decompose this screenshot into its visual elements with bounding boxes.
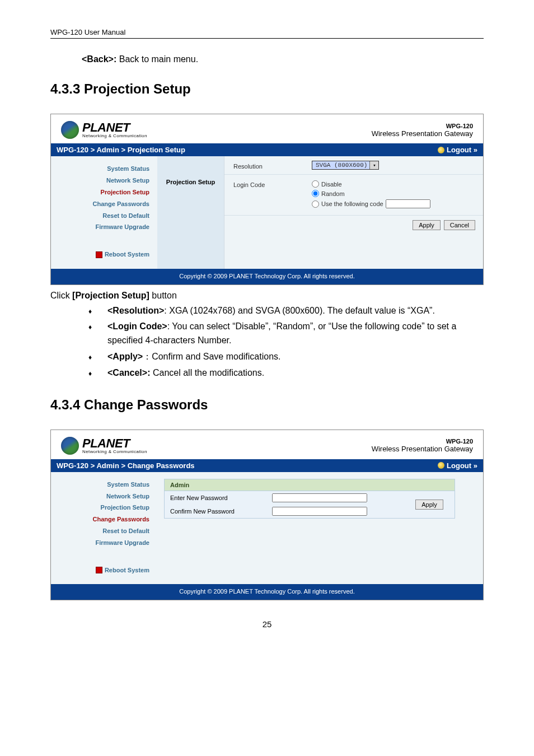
click-prefix: Click: [50, 291, 72, 300]
confirm-password-input[interactable]: [272, 507, 367, 516]
logout-link[interactable]: Logout »: [438, 461, 477, 470]
sidebar-item-network-setup[interactable]: Network Setup: [59, 175, 149, 186]
back-text: Back to main menu.: [116, 54, 198, 64]
section-label: Projection Setup: [157, 156, 224, 269]
sidebar-item-projection-setup[interactable]: Projection Setup: [59, 502, 149, 514]
power-icon: [96, 251, 102, 258]
sidebar: System Status Network Setup Projection S…: [51, 156, 157, 269]
breadcrumb: WPG-120 > Admin > Change Passwords: [57, 461, 195, 470]
panel-footer: Copyright © 2009 PLANET Technology Corp.…: [51, 584, 483, 600]
sidebar-item-projection-setup[interactable]: Projection Setup: [59, 186, 149, 198]
brand-tagline: Networking & Communication: [82, 134, 147, 138]
apply-button[interactable]: Apply: [413, 220, 441, 230]
click-suffix: button: [149, 291, 177, 300]
radio-random-label: Random: [321, 190, 345, 197]
back-label: <Back>:: [82, 54, 116, 64]
breadcrumb-bar: WPG-120 > Admin > Change Passwords Logou…: [51, 459, 483, 472]
panel-header: PLANET Networking & Communication WPG-12…: [51, 430, 483, 459]
radio-disable-label: Disable: [321, 181, 342, 188]
bullet-text: XGA (1024x768) and SVGA (800x600). The d…: [169, 306, 435, 315]
bullet-item: <Cancel>: Cancel all the modifications.: [88, 366, 484, 380]
sidebar-item-reset-to-default[interactable]: Reset to Default: [59, 210, 149, 222]
key-icon: [438, 147, 444, 153]
model-code: WPG-120: [372, 438, 473, 445]
radio-custom[interactable]: Use the following code: [312, 199, 474, 208]
sidebar-item-system-status[interactable]: System Status: [59, 479, 149, 491]
radio-random[interactable]: Random: [312, 190, 474, 197]
confirm-password-label: Confirm New Password: [170, 508, 265, 515]
apply-button[interactable]: Apply: [415, 500, 443, 510]
admin-panel-change-passwords: PLANET Networking & Communication WPG-12…: [50, 430, 484, 601]
reboot-label: Reboot System: [105, 249, 149, 260]
sidebar-item-system-status[interactable]: System Status: [59, 163, 149, 175]
enter-password-input[interactable]: [272, 493, 367, 502]
bullet-text: Cancel all the modifications.: [153, 368, 264, 377]
bullet-text: Confirm and Save modifications.: [152, 352, 280, 361]
admin-panel-projection-setup: PLANET Networking & Communication WPG-12…: [50, 114, 484, 285]
brand-name: PLANET: [82, 122, 147, 134]
brand-logo-icon: [61, 437, 79, 455]
bullet-item: <Resolution>: XGA (1024x768) and SVGA (8…: [88, 304, 484, 318]
bullet-sep: ：: [143, 352, 152, 361]
radio-custom-label: Use the following code: [321, 200, 383, 207]
sidebar-item-change-passwords[interactable]: Change Passwords: [59, 514, 149, 525]
sidebar-item-reset-to-default[interactable]: Reset to Default: [59, 525, 149, 537]
power-icon: [96, 567, 102, 573]
logout-label: Logout »: [447, 461, 477, 470]
breadcrumb-bar: WPG-120 > Admin > Projection Setup Logou…: [51, 143, 483, 156]
brand: PLANET Networking & Communication: [61, 121, 147, 139]
chevron-down-icon: ▾: [369, 161, 378, 169]
bullet-sep: :: [164, 306, 169, 315]
resolution-value: SVGA (800X600): [316, 162, 367, 169]
login-code-label: Login Code: [233, 179, 312, 188]
password-section-title: Admin: [165, 479, 455, 491]
bullet-bold: <Login Code>: [107, 321, 167, 331]
brand-name: PLANET: [82, 437, 147, 450]
model-code: WPG-120: [372, 123, 473, 129]
page-number: 25: [50, 619, 484, 629]
back-line: <Back>: Back to main menu.: [82, 54, 484, 64]
radio-disable[interactable]: Disable: [312, 180, 474, 188]
bullet-bold: <Apply>: [107, 352, 143, 361]
cancel-button[interactable]: Cancel: [444, 220, 475, 230]
resolution-select[interactable]: SVGA (800X600) ▾: [312, 161, 379, 170]
custom-code-input[interactable]: [386, 199, 430, 208]
bullet-list: <Resolution>: XGA (1024x768) and SVGA (8…: [88, 304, 484, 380]
bullet-sep: :: [167, 321, 172, 331]
heading-change-passwords: 4.3.4 Change Passwords: [50, 397, 484, 413]
brand: PLANET Networking & Communication: [61, 437, 147, 455]
sidebar-item-network-setup[interactable]: Network Setup: [59, 491, 149, 502]
bullet-item: <Login Code>: You can select “Disable”, …: [88, 320, 484, 348]
bullet-bold: <Resolution>: [107, 306, 164, 315]
click-line: Click [Projection Setup] button: [50, 291, 484, 301]
heading-projection-setup: 4.3.3 Projection Setup: [50, 81, 484, 97]
key-icon: [438, 462, 444, 469]
sidebar-item-reboot-system[interactable]: Reboot System: [96, 564, 149, 576]
resolution-label: Resolution: [233, 161, 312, 170]
click-bold: [Projection Setup]: [72, 291, 149, 300]
password-table: Admin Enter New Password Confirm New Pas…: [164, 479, 455, 519]
breadcrumb: WPG-120 > Admin > Projection Setup: [57, 146, 185, 154]
brand-tagline: Networking & Communication: [82, 450, 147, 454]
model-subtitle: Wireless Presentation Gateway: [372, 445, 473, 453]
logout-label: Logout »: [447, 146, 477, 154]
sidebar-item-reboot-system[interactable]: Reboot System: [96, 249, 149, 260]
doc-hr: [50, 38, 484, 39]
reboot-label: Reboot System: [105, 564, 149, 576]
logout-link[interactable]: Logout »: [438, 146, 477, 154]
panel-footer: Copyright © 2009 PLANET Technology Corp.…: [51, 269, 483, 284]
bullet-item: <Apply>：Confirm and Save modifications.: [88, 350, 484, 364]
sidebar-item-firmware-upgrade[interactable]: Firmware Upgrade: [59, 221, 149, 233]
sidebar-item-change-passwords[interactable]: Change Passwords: [59, 198, 149, 210]
panel-header: PLANET Networking & Communication WPG-12…: [51, 114, 483, 143]
enter-password-label: Enter New Password: [170, 494, 265, 501]
brand-logo-icon: [61, 121, 79, 139]
bullet-bold: <Cancel>:: [107, 368, 150, 377]
model-subtitle: Wireless Presentation Gateway: [372, 129, 473, 138]
sidebar: System Status Network Setup Projection S…: [51, 472, 157, 585]
doc-header: WPG-120 User Manual: [50, 28, 484, 36]
sidebar-item-firmware-upgrade[interactable]: Firmware Upgrade: [59, 537, 149, 549]
